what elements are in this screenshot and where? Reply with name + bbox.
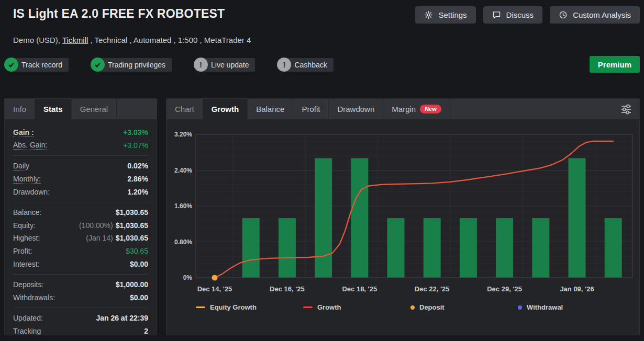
badge-label: Track record bbox=[12, 58, 69, 72]
badge-trading-privileges[interactable]: Trading privileges bbox=[91, 58, 172, 72]
growth-bar bbox=[424, 218, 441, 278]
legend-label: Withdrawal bbox=[527, 303, 563, 311]
broker-link[interactable]: Tickmill bbox=[62, 36, 88, 44]
chart-tab-balance[interactable]: Balance bbox=[248, 99, 293, 119]
x-axis-tick: Dec 22, '25 bbox=[415, 285, 450, 293]
stat-value: (Jan 14)$1,030.65 bbox=[86, 234, 148, 242]
x-axis-tick: Dec 16, '25 bbox=[270, 285, 305, 293]
tab-general[interactable]: General bbox=[72, 99, 117, 119]
tab-info[interactable]: Info bbox=[5, 99, 35, 119]
chart-tab-drawdown[interactable]: Drawdown bbox=[329, 99, 383, 119]
stat-label: Highest: bbox=[13, 234, 40, 242]
stat-label: Drawdown: bbox=[13, 188, 50, 196]
page-title: IS Light EA 2.0 FREE FX ROBOTEST bbox=[13, 7, 225, 21]
chart-panel: ChartGrowthBalanceProfitDrawdownMarginNe… bbox=[166, 98, 640, 335]
new-badge: New bbox=[420, 105, 441, 113]
stat-row-highest: Highest:(Jan 14)$1,030.65 bbox=[13, 232, 148, 245]
y-axis-tick: 0.80% bbox=[174, 238, 192, 246]
stat-value-note: (100.00%) bbox=[79, 221, 113, 230]
clock-icon bbox=[559, 10, 568, 19]
stat-value: $0.00 bbox=[130, 293, 148, 302]
badge-live-update[interactable]: !Live update bbox=[194, 58, 255, 72]
stat-row-monthly: Monthly:2.86% bbox=[13, 173, 148, 186]
stat-row-drawdown: Drawdown:1.20% bbox=[13, 185, 148, 198]
legend-item-withdrawal[interactable]: Withdrawal bbox=[518, 303, 625, 311]
x-axis-tick: Dec 14, '25 bbox=[197, 285, 232, 293]
stat-value: 2 bbox=[144, 327, 148, 335]
y-axis-tick: 2.40% bbox=[174, 167, 192, 174]
stats-panel-tabbar: InfoStatsGeneral bbox=[5, 99, 157, 119]
badge-track-record[interactable]: Track record bbox=[4, 58, 69, 72]
button-label: Custom Analysis bbox=[573, 10, 631, 19]
settings-button[interactable]: Settings bbox=[415, 6, 475, 24]
chat-icon bbox=[492, 10, 501, 19]
badge-label: Trading privileges bbox=[98, 58, 172, 72]
legend-item-equity-growth[interactable]: Equity Growth bbox=[196, 303, 303, 311]
stat-label: Abs. Gain: bbox=[13, 141, 47, 150]
stat-row-equity: Equity:(100.00%)$1,030.65 bbox=[13, 219, 148, 232]
sliders-icon bbox=[620, 103, 632, 116]
stat-value-note: (Jan 14) bbox=[86, 234, 113, 242]
tab-stats[interactable]: Stats bbox=[35, 99, 72, 119]
tab-label: Profit bbox=[302, 105, 320, 113]
chart-settings-button[interactable] bbox=[620, 103, 632, 116]
discuss-button[interactable]: Discuss bbox=[483, 6, 543, 24]
check-circle-icon bbox=[4, 58, 18, 72]
stats-list: Gain :+3.03%Abs. Gain:+3.07%Daily0.02%Mo… bbox=[5, 119, 157, 341]
chart-tab-margin[interactable]: MarginNew bbox=[383, 99, 450, 119]
badge-label: Cashback bbox=[284, 58, 333, 72]
exclamation-circle-icon: ! bbox=[194, 58, 208, 72]
premium-button[interactable]: Premium bbox=[590, 56, 640, 73]
legend-dot-swatch bbox=[518, 305, 522, 310]
stat-row-daily: Daily0.02% bbox=[13, 160, 148, 173]
gear-icon bbox=[424, 10, 433, 19]
stat-value: 2.86% bbox=[127, 175, 148, 183]
header-actions: SettingsDiscussCustom Analysis bbox=[415, 6, 640, 24]
stat-row-balance: Balance:$1,030.65 bbox=[13, 206, 148, 219]
growth-bar bbox=[532, 218, 549, 278]
stat-label: Profit: bbox=[13, 247, 32, 255]
stats-group: Daily0.02%Monthly:2.86%Drawdown:1.20% bbox=[13, 155, 148, 202]
stat-value: $30.65 bbox=[126, 247, 148, 255]
button-label: Settings bbox=[438, 10, 467, 19]
chart-tab-profit[interactable]: Profit bbox=[293, 99, 329, 119]
x-axis-tick: Dec 29, '25 bbox=[487, 285, 522, 293]
stat-value: Jan 26 at 22:39 bbox=[96, 314, 148, 322]
stat-label: Withdrawals: bbox=[13, 293, 55, 302]
legend-dot-swatch bbox=[410, 305, 415, 310]
growth-chart-plot: 3.20%2.40%1.60%0.80%0%Dec 14, '25Dec 16,… bbox=[166, 119, 639, 300]
growth-chart: 3.20%2.40%1.60%0.80%0%Dec 14, '25Dec 16,… bbox=[166, 119, 639, 335]
account-subtitle: Demo (USD), Tickmill , Technical , Autom… bbox=[13, 36, 251, 44]
tab-label: General bbox=[80, 105, 108, 113]
x-axis-tick: Jan 09, '26 bbox=[560, 285, 594, 293]
stat-row-deposits: Deposits:$1,000.00 bbox=[13, 278, 148, 291]
chart-tab-chart[interactable]: Chart bbox=[166, 99, 203, 119]
y-axis-tick: 0% bbox=[183, 274, 193, 281]
stat-value: $1,030.65 bbox=[116, 208, 148, 217]
legend-item-growth[interactable]: Growth bbox=[303, 303, 410, 311]
stat-row-updated: Updated:Jan 26 at 22:39 bbox=[13, 312, 148, 325]
stats-group: Updated:Jan 26 at 22:39Tracking2 bbox=[13, 308, 148, 341]
tab-label: Balance bbox=[256, 105, 284, 113]
badge-cashback[interactable]: !Cashback bbox=[277, 58, 333, 72]
subtitle-suffix: , Technical , Automated , 1:500 , MetaTr… bbox=[88, 36, 251, 44]
x-axis-tick: Dec 18, '25 bbox=[342, 285, 377, 293]
stats-panel: InfoStatsGeneral Gain :+3.03%Abs. Gain:+… bbox=[4, 98, 157, 335]
stat-label: Updated: bbox=[13, 314, 43, 322]
tab-label: Growth bbox=[212, 105, 239, 113]
stat-value: 0.02% bbox=[127, 162, 148, 170]
stat-row-gain: Gain :+3.03% bbox=[13, 126, 148, 139]
chart-tab-growth[interactable]: Growth bbox=[203, 99, 248, 119]
custom-analysis-button[interactable]: Custom Analysis bbox=[550, 6, 640, 24]
stat-value: (100.00%)$1,030.65 bbox=[79, 221, 148, 230]
y-axis-tick: 3.20% bbox=[174, 131, 192, 138]
stat-row-interest: Interest:$0.00 bbox=[13, 257, 148, 270]
legend-item-deposit[interactable]: Deposit bbox=[410, 303, 518, 311]
stat-value: $1,000.00 bbox=[116, 280, 148, 289]
stat-row-tracking: Tracking2 bbox=[13, 325, 148, 338]
stat-label: Deposits: bbox=[13, 280, 43, 289]
stat-label: Gain : bbox=[13, 128, 34, 137]
tab-label: Margin bbox=[392, 105, 416, 113]
growth-bar bbox=[387, 218, 405, 278]
stat-label: Tracking bbox=[13, 327, 41, 335]
